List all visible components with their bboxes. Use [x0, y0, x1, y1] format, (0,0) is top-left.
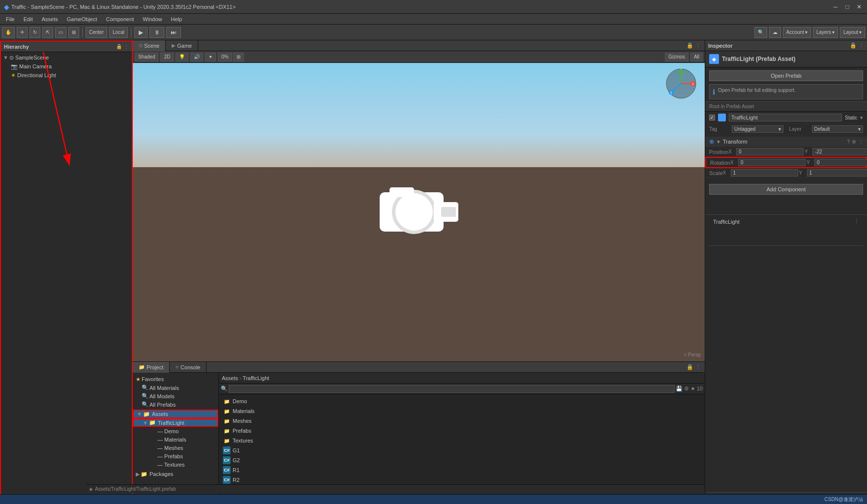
menu-gameobject[interactable]: GameObject [63, 15, 101, 23]
more-options-icon[interactable]: ⋮ [695, 364, 701, 370]
more-options-icon[interactable]: ⋮ [695, 42, 701, 49]
tab-scene[interactable]: ⊙ Scene [133, 40, 166, 51]
menu-assets[interactable]: Assets [38, 15, 62, 23]
grid-button[interactable]: ⊞ [233, 53, 244, 61]
object-active-checkbox[interactable] [709, 115, 715, 120]
audio-button[interactable]: 🔊 [190, 53, 203, 61]
settings-icon[interactable]: ⚙ [852, 139, 856, 145]
lock-icon[interactable]: 🔒 [850, 42, 857, 49]
more-icon[interactable]: ⋮ [124, 44, 129, 49]
collapse-arrow-icon[interactable]: ▼ [716, 139, 721, 145]
hierarchy-camera-item[interactable]: 📷 Main Camera [1, 62, 132, 71]
star-icon[interactable]: ★ [690, 385, 695, 392]
file-item-g1[interactable]: C# G1 [219, 445, 705, 455]
step-button[interactable]: ⏭ [166, 27, 181, 38]
all-models-item[interactable]: 🔍 All Models [133, 392, 218, 400]
object-name-field[interactable] [729, 114, 842, 121]
open-prefab-button[interactable]: Open Prefab [709, 70, 863, 81]
materials-sidebar-item[interactable]: — Materials [148, 435, 218, 444]
all-materials-item[interactable]: 🔍 All Materials [133, 384, 218, 392]
position-x-input[interactable] [736, 148, 804, 155]
search-icon: 🔍 [142, 393, 149, 399]
overlay-dropdown[interactable]: 0% [218, 53, 232, 61]
layer-value: Default [814, 126, 830, 132]
help-icon[interactable]: ? [847, 139, 850, 145]
file-item-materials[interactable]: 📁 Materials [219, 406, 705, 416]
demo-sidebar-item[interactable]: — Demo [148, 427, 218, 435]
assets-header[interactable]: ▼ 📁 Assets [133, 410, 218, 418]
save-search-icon[interactable]: 💾 [676, 385, 683, 392]
hierarchy-light-item[interactable]: ☀ Directional Light [1, 71, 132, 80]
prefabs-sidebar-item[interactable]: — Prefabs [148, 452, 218, 460]
tag-dropdown[interactable]: Untagged ▾ [732, 125, 783, 133]
search-button[interactable]: 🔍 [754, 27, 767, 38]
move-tool-button[interactable]: ✛ [17, 27, 28, 38]
hierarchy-scene-item[interactable]: ▼ ⊙ SampleScene [1, 53, 132, 62]
search-filter-icon[interactable]: ⚙ [684, 385, 689, 392]
scene-view[interactable]: Y X Z < Persp [133, 63, 705, 361]
favorites-header[interactable]: ★ Favorites [133, 375, 218, 384]
maximize-button[interactable]: □ [843, 3, 851, 11]
coord-space-button[interactable]: Local [109, 27, 128, 38]
all-layers-dropdown[interactable]: All [690, 53, 703, 61]
textures-sidebar-item[interactable]: — Textures [148, 460, 218, 469]
menu-help[interactable]: Help [167, 15, 186, 23]
layer-dropdown[interactable]: Default ▾ [812, 125, 864, 133]
play-button[interactable]: ▶ [134, 27, 148, 38]
file-item-g2[interactable]: C# G2 [219, 455, 705, 465]
layers-dropdown[interactable]: Layers ▾ [813, 27, 838, 38]
scale-y-input[interactable] [807, 169, 867, 177]
file-item-r1[interactable]: C# R1 [219, 465, 705, 475]
effects-button[interactable]: ✦ [205, 53, 216, 61]
tab-game[interactable]: ▶ Game [166, 40, 198, 51]
menu-edit[interactable]: Edit [20, 15, 37, 23]
packages-header[interactable]: ▶ 📁 Packages [133, 470, 218, 478]
rotate-tool-button[interactable]: ↻ [30, 27, 40, 38]
tab-console[interactable]: ≡ Console [170, 362, 207, 373]
shading-dropdown[interactable]: Shaded [135, 53, 158, 61]
menu-window[interactable]: Window [139, 15, 166, 23]
info-icon: ℹ [713, 88, 715, 96]
breadcrumb-assets[interactable]: Assets [222, 375, 238, 381]
trafficlight-sidebar-item[interactable]: ▼ 📁 TrafficLight [133, 418, 218, 427]
lighting-button[interactable]: 💡 [176, 53, 188, 61]
rect-tool-button[interactable]: ▭ [55, 27, 66, 38]
close-button[interactable]: ✕ [855, 3, 863, 11]
project-search-input[interactable] [229, 385, 675, 393]
scale-x-input[interactable] [731, 169, 798, 177]
all-prefabs-item[interactable]: 🔍 All Prefabs [133, 400, 218, 409]
rotation-y-input[interactable] [814, 159, 867, 166]
more-icon[interactable]: ⋮ [859, 42, 864, 49]
file-item-r2[interactable]: C# R2 [219, 475, 705, 485]
account-dropdown[interactable]: Account ▾ [783, 27, 811, 38]
transform-tool-button[interactable]: ⊞ [68, 27, 79, 38]
more-icon[interactable]: ⋮ [854, 218, 859, 225]
add-component-button[interactable]: Add Component [709, 184, 863, 195]
meshes-sidebar-item[interactable]: — Meshes [148, 444, 218, 452]
menu-component[interactable]: Component [102, 15, 138, 23]
gizmos-dropdown[interactable]: Gizmos [665, 53, 688, 61]
pause-button[interactable]: ⏸ [149, 27, 164, 38]
cloud-button[interactable]: ☁ [769, 27, 781, 38]
menu-file[interactable]: File [2, 15, 19, 23]
minimize-button[interactable]: ─ [832, 3, 839, 11]
layout-dropdown[interactable]: Layout ▾ [840, 27, 865, 38]
scale-tool-button[interactable]: ⇱ [42, 27, 53, 38]
file-item-meshes[interactable]: 📁 Meshes [219, 416, 705, 426]
file-item-prefabs[interactable]: 📁 Prefabs [219, 426, 705, 436]
position-y-input[interactable] [812, 148, 867, 155]
file-item-textures[interactable]: 📁 Textures [219, 436, 705, 445]
hand-tool-button[interactable]: ✋ [2, 27, 15, 38]
title-controls[interactable]: ─ □ ✕ [832, 3, 863, 11]
tab-project[interactable]: 📁 Project [133, 362, 170, 373]
rotation-x-input[interactable] [738, 159, 806, 166]
static-dropdown-button[interactable]: ▾ [860, 115, 863, 121]
pivot-mode-button[interactable]: Center [86, 27, 107, 38]
lock-icon[interactable]: 🔒 [687, 364, 693, 370]
lock-icon[interactable]: 🔒 [687, 42, 693, 49]
more-icon[interactable]: ⋮ [858, 139, 863, 145]
lock-icon[interactable]: 🔒 [116, 44, 122, 49]
file-item-demo[interactable]: 📁 Demo [219, 396, 705, 406]
2d-mode-button[interactable]: 2D [160, 53, 174, 61]
breadcrumb-trafficlight[interactable]: TrafficLight [243, 375, 269, 381]
